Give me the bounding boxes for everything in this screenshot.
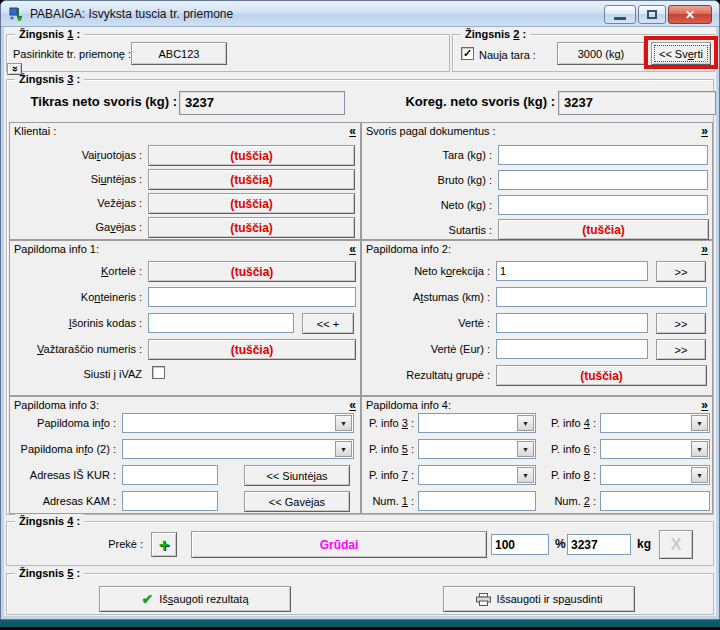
close-icon: ✕ (685, 8, 695, 22)
tara-weight-button[interactable]: 3000 (kg) (557, 42, 645, 65)
p-info4-combobox[interactable]: ▼ (600, 413, 710, 433)
papildoma-info2-label: Papildoma info (2) : (10, 443, 116, 456)
close-button[interactable]: ✕ (668, 5, 712, 24)
checkmark-icon: ✔ (141, 591, 153, 607)
papildoma-info-combobox[interactable]: ▼ (122, 413, 354, 433)
rezultatu-grupe-label: Rezultatų grupė : (362, 369, 490, 382)
weigh-button[interactable]: << Sverti (651, 42, 711, 65)
percent-input[interactable] (491, 534, 549, 555)
dropdown-icon[interactable]: ▼ (517, 441, 534, 457)
panel-svoris-title: Svoris pagal dokumentus : (366, 125, 496, 137)
sutartis-button[interactable]: (tuščia) (498, 219, 709, 240)
neto-kg-input[interactable] (498, 195, 708, 215)
p-info8-combobox[interactable]: ▼ (600, 465, 710, 485)
group-step4: Žingsnis 4 : Prekė : + Grūdai % kg X (6, 521, 714, 566)
p-info8-label: P. info 8 : (540, 469, 596, 482)
adresas-is-label: Adresas IŠ KUR : (10, 469, 116, 482)
truck-icon (8, 6, 24, 22)
copy-gavejas-button[interactable]: << Gavėjas (244, 491, 350, 512)
dropdown-icon[interactable]: ▼ (517, 467, 534, 483)
add-product-button[interactable]: + (151, 532, 177, 557)
ivaz-checkbox[interactable] (152, 366, 165, 379)
group-step2-title: Žingsnis 2 : (461, 27, 530, 41)
adresas-is-input[interactable] (122, 465, 218, 485)
save-print-button[interactable]: Išsaugoti ir spausdinti (443, 586, 635, 612)
dropdown-icon[interactable]: ▼ (517, 415, 534, 431)
title-bar: PABAIGA: Isvyksta tuscia tr. priemone ✕ (1, 1, 719, 27)
collapse-left-icon[interactable]: « (349, 398, 356, 412)
tara-kg-label: Tara (kg) : (362, 149, 492, 162)
verte-eur-more-button[interactable]: >> (656, 339, 706, 360)
panel-pinfo1: Papildoma info 1: « Kortelė : (tuščia) K… (9, 240, 361, 396)
p-info6-combobox[interactable]: ▼ (600, 439, 710, 459)
verte-more-button[interactable]: >> (656, 313, 706, 334)
neto-kg-label: Neto (kg) : (362, 199, 492, 212)
isorinis-copy-button[interactable]: << + (302, 313, 354, 334)
rezultatu-grupe-button[interactable]: (tuščia) (496, 365, 707, 386)
p-info5-combobox[interactable]: ▼ (418, 439, 536, 459)
vaztarascio-label: Važtaraščio numeris : (10, 343, 142, 356)
kortele-button[interactable]: (tuščia) (148, 261, 356, 282)
tikras-neto-field: 3237 (179, 91, 345, 115)
remove-product-button[interactable]: X (659, 530, 693, 559)
siuntejas-button[interactable]: (tuščia) (148, 169, 355, 190)
kg-input[interactable] (567, 534, 631, 555)
dropdown-icon[interactable]: ▼ (335, 415, 352, 431)
copy-siuntejas-button[interactable]: << Siuntėjas (244, 465, 350, 486)
isorinis-kodas-label: Išorinis kodas : (10, 317, 142, 330)
vezejas-button[interactable]: (tuščia) (148, 193, 355, 214)
dropdown-icon[interactable]: ▼ (691, 467, 708, 483)
isorinis-kodas-input[interactable] (148, 313, 294, 333)
num2-input[interactable] (600, 491, 710, 511)
collapse-left-icon[interactable]: « (349, 242, 356, 256)
collapse-step1-button[interactable]: « (7, 63, 22, 75)
p-info7-label: P. info 7 : (362, 469, 414, 482)
adresas-kam-input[interactable] (122, 491, 218, 511)
p-info7-combobox[interactable]: ▼ (418, 465, 536, 485)
maximize-button[interactable] (638, 5, 666, 24)
korekcija-input[interactable] (496, 261, 648, 281)
vehicle-select-button[interactable]: ABC123 (131, 42, 227, 65)
korekcija-more-button[interactable]: >> (656, 261, 706, 282)
dropdown-icon[interactable]: ▼ (691, 441, 708, 457)
panel-pinfo2-title: Papildoma info 2: (366, 243, 451, 255)
verte-eur-input[interactable] (496, 339, 648, 359)
vaztarascio-button[interactable]: (tuščia) (148, 339, 356, 360)
expand-right-icon[interactable]: » (701, 242, 708, 256)
panel-svoris-dok: Svoris pagal dokumentus : » Tara (kg) : … (361, 122, 713, 240)
kg-unit-label: kg (637, 538, 651, 551)
dropdown-icon[interactable]: ▼ (691, 415, 708, 431)
collapse-left-icon[interactable]: « (349, 124, 356, 138)
chevrons-down-icon: « (9, 66, 21, 72)
dropdown-icon[interactable]: ▼ (335, 441, 352, 457)
gavejas-button[interactable]: (tuščia) (148, 217, 355, 238)
verte-input[interactable] (496, 313, 648, 333)
adresas-kam-label: Adresas KAM : (10, 495, 116, 508)
tikras-neto-label: Tikras neto svoris (kg) : (15, 94, 177, 109)
atstumas-input[interactable] (496, 287, 707, 307)
p-info3-label: P. info 3 : (362, 417, 414, 430)
save-result-button[interactable]: ✔ Išsaugoti rezultatą (99, 586, 291, 612)
bruto-kg-input[interactable] (498, 170, 708, 190)
vairuotojas-button[interactable]: (tuščia) (148, 145, 355, 166)
panel-klientai-title: Klientai : (14, 125, 56, 137)
korekcija-label: Neto korekcija : (362, 265, 490, 278)
expand-right-icon[interactable]: » (701, 124, 708, 138)
minimize-button[interactable] (604, 5, 636, 24)
verte-label: Vertė : (362, 317, 490, 330)
tara-kg-input[interactable] (498, 145, 708, 165)
product-button[interactable]: Grūdai (191, 531, 487, 558)
expand-right-icon[interactable]: » (701, 398, 708, 412)
num1-input[interactable] (418, 491, 536, 511)
siuntejas-label: Siuntėjas : (10, 173, 142, 186)
papildoma-info2-combobox[interactable]: ▼ (122, 439, 354, 459)
vezejas-label: Vežėjas : (10, 197, 142, 210)
p-info3-combobox[interactable]: ▼ (418, 413, 536, 433)
group-step5: Žingsnis 5 : ✔ Išsaugoti rezultatą Išsau… (6, 573, 714, 615)
checkmark-icon: ✓ (463, 47, 472, 60)
group-step2: Žingsnis 2 : ✓ Nauja tara : 3000 (kg) <<… (452, 34, 715, 72)
new-tara-checkbox[interactable]: ✓ (461, 47, 474, 60)
konteineris-input[interactable] (148, 287, 356, 307)
group-step1-title: Žingsnis 1 : (15, 27, 84, 41)
gavejas-label: Gavėjas : (10, 221, 142, 234)
